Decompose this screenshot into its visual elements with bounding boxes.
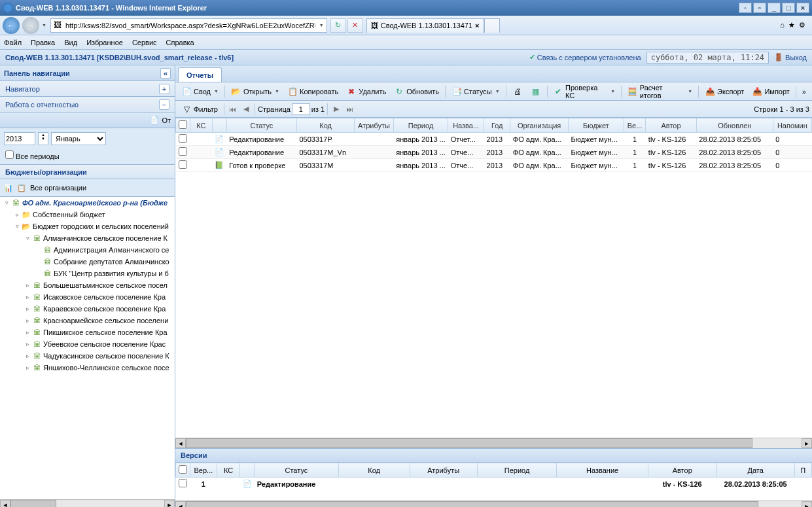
- row-checkbox[interactable]: [179, 147, 187, 156]
- tree-node[interactable]: ▹🏛Пикшикское сельское поселение Кра: [0, 326, 175, 338]
- column-header[interactable]: Организация: [510, 118, 569, 133]
- tree-node[interactable]: 🏛БУК "Центр развития культуры и б: [0, 268, 175, 279]
- year-spinner[interactable]: ▲▼: [38, 132, 48, 145]
- column-header[interactable]: КС: [217, 463, 239, 478]
- expander-icon[interactable]: ▿: [13, 223, 21, 230]
- column-header[interactable]: Период: [477, 463, 557, 478]
- refresh-browser-button[interactable]: ↻: [330, 18, 346, 33]
- tree-node[interactable]: ▹🏛Убеевское сельское поселение Крас: [0, 338, 175, 350]
- collapse-sidebar-button[interactable]: «: [160, 68, 171, 79]
- column-header[interactable]: Дата: [716, 463, 794, 478]
- expander-icon[interactable]: ▹: [13, 211, 21, 218]
- filter-button[interactable]: ▽Фильтр: [178, 102, 221, 116]
- history-dropdown-icon[interactable]: ▼: [42, 23, 46, 27]
- expander-icon[interactable]: ▹: [24, 294, 31, 300]
- exit-button[interactable]: 🚪Выход: [774, 53, 807, 61]
- work-reports-accordion[interactable]: Работа с отчетностью −: [0, 97, 175, 113]
- tree-node[interactable]: ▹🏛Яншихово-Челлинское сельское посе: [0, 362, 175, 374]
- next-page-button[interactable]: ▶: [330, 103, 342, 115]
- tree-node[interactable]: ▿🏛Алманчинское сельское поселение К: [0, 232, 175, 244]
- expander-icon[interactable]: ▹: [24, 364, 31, 371]
- column-header[interactable]: Период: [393, 118, 448, 133]
- forward-button[interactable]: →: [22, 17, 39, 34]
- menu-service[interactable]: Сервис: [132, 39, 157, 46]
- connection-status[interactable]: ✔Связь с сервером установлена: [529, 53, 641, 61]
- column-header[interactable]: Код: [296, 118, 354, 133]
- copy-button[interactable]: 📋Копировать: [284, 84, 342, 99]
- org-tree[interactable]: ▿🏛ФО адм. Красноармейского р-на (Бюдже▹📁…: [0, 196, 175, 499]
- export-button[interactable]: 📤Экспорт: [701, 84, 747, 99]
- statuses-button[interactable]: 📑Статусы▼: [448, 84, 503, 99]
- tab-reports[interactable]: Отчеты: [178, 67, 222, 82]
- tree-node[interactable]: 🏛Администрация Алманчинского се: [0, 244, 175, 256]
- column-header[interactable]: Статус: [255, 463, 338, 478]
- collapse-reports-button[interactable]: −: [159, 99, 169, 110]
- scroll-right-icon[interactable]: ►: [164, 500, 175, 507]
- menu-edit[interactable]: Правка: [31, 39, 55, 46]
- scroll-left-icon[interactable]: ◄: [175, 438, 186, 448]
- tab-close-icon[interactable]: ×: [475, 22, 479, 29]
- tree-node[interactable]: 🏛Собрание депутатов Алманчинско: [0, 256, 175, 268]
- scroll-left-icon[interactable]: ◄: [0, 500, 10, 507]
- column-header[interactable]: Атрибуты: [410, 463, 477, 478]
- stop-button[interactable]: ✕: [347, 18, 363, 33]
- expander-icon[interactable]: ▹: [24, 306, 31, 312]
- column-header[interactable]: [240, 463, 255, 478]
- column-header[interactable]: Автор: [648, 463, 716, 478]
- column-header[interactable]: КС: [190, 118, 213, 133]
- month-select[interactable]: Январь: [51, 132, 106, 145]
- tree-node[interactable]: ▹📁Собственный бюджет: [0, 209, 175, 220]
- scroll-thumb[interactable]: [186, 438, 752, 448]
- expand-navigator-button[interactable]: +: [159, 84, 169, 94]
- reports-grid[interactable]: КССтатусКодАтрибутыПериодНазва...ГодОрга…: [175, 118, 812, 438]
- table-row[interactable]: 📗Готов к проверке0503317Mянварь 2013 ...…: [176, 159, 812, 172]
- column-header[interactable]: Статус: [226, 118, 296, 133]
- grid-hscroll[interactable]: ◄ ►: [175, 438, 812, 448]
- expander-icon[interactable]: ▹: [24, 341, 31, 347]
- last-page-button[interactable]: ⏭: [344, 103, 355, 115]
- restore-alt-button[interactable]: ▫: [753, 3, 766, 13]
- svod-button[interactable]: 📄Свод▼: [178, 84, 222, 99]
- column-header[interactable]: Обновлен: [696, 118, 773, 133]
- all-periods-checkbox[interactable]: [5, 150, 14, 159]
- tree-expand-icon[interactable]: 📊: [4, 184, 13, 192]
- expander-icon[interactable]: ▿: [24, 235, 31, 241]
- tree-node[interactable]: ▹🏛Большешатьминское сельское посел: [0, 279, 175, 291]
- maximize-button[interactable]: □: [782, 3, 795, 13]
- scroll-left-icon[interactable]: ◄: [175, 501, 186, 507]
- column-header[interactable]: [176, 463, 190, 478]
- menu-view[interactable]: Вид: [64, 39, 77, 46]
- minimize-alt-button[interactable]: ◦: [739, 3, 752, 13]
- table-row[interactable]: 1📄Редактированиеtlv - KS-12628.02.2013 8…: [176, 478, 812, 491]
- sidebar-hscroll[interactable]: ◄ ►: [0, 499, 175, 507]
- page-input[interactable]: [292, 103, 310, 115]
- check-ks-button[interactable]: ✔Проверка КС▼: [550, 84, 619, 99]
- expander-icon[interactable]: ▿: [3, 200, 10, 206]
- tree-node[interactable]: ▿🏛ФО адм. Красноармейского р-на (Бюдже: [0, 197, 175, 209]
- tree-node[interactable]: ▹🏛Чадукасинское сельское поселение К: [0, 350, 175, 362]
- scroll-right-icon[interactable]: ►: [802, 438, 812, 448]
- column-header[interactable]: Год: [484, 118, 510, 133]
- column-header[interactable]: Бюджет: [568, 118, 624, 133]
- tools-icon[interactable]: ⚙: [799, 21, 805, 29]
- scroll-thumb[interactable]: [186, 501, 758, 507]
- select-all-checkbox[interactable]: [179, 465, 187, 474]
- column-header[interactable]: Атрибуты: [355, 118, 394, 133]
- tree-node[interactable]: ▹🏛Красноармейское сельское поселени: [0, 315, 175, 326]
- excel-button[interactable]: ▦: [527, 84, 544, 99]
- delete-button[interactable]: ✖Удалить: [343, 84, 389, 99]
- menu-favorites[interactable]: Избранное: [86, 39, 123, 46]
- overflow-button[interactable]: »: [799, 84, 809, 99]
- column-header[interactable]: Название: [557, 463, 648, 478]
- column-header[interactable]: Автор: [646, 118, 696, 133]
- home-icon[interactable]: ⌂: [780, 21, 785, 29]
- all-orgs-link[interactable]: Все организации: [30, 184, 86, 192]
- column-header[interactable]: [176, 118, 190, 133]
- print-button[interactable]: 🖨: [509, 84, 526, 99]
- import-button[interactable]: 📥Импорт: [749, 84, 792, 99]
- versions-grid[interactable]: Вер...КССтатусКодАтрибутыПериодНазваниеА…: [175, 463, 812, 500]
- menu-help[interactable]: Справка: [166, 39, 194, 46]
- column-header[interactable]: Код: [338, 463, 410, 478]
- column-header[interactable]: Назва...: [448, 118, 484, 133]
- url-input[interactable]: [64, 19, 317, 32]
